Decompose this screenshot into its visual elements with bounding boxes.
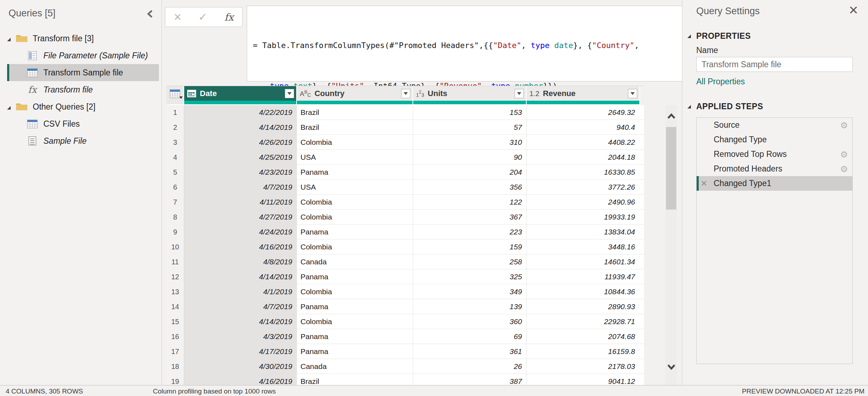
cell-units[interactable]: 69 [413,329,527,344]
column-header-date[interactable]: Date [184,86,297,101]
cell-date[interactable]: 4/23/2019 [184,165,297,180]
row-number[interactable]: 11 [166,254,184,269]
applied-step-changed-type1[interactable]: ×Changed Type1 [697,176,852,191]
cell-country[interactable]: Panama [297,269,413,284]
cell-date[interactable]: 4/14/2019 [184,269,297,284]
cell-units[interactable]: 349 [413,284,527,299]
cancel-icon[interactable]: × [174,11,181,23]
query-item-transform-file[interactable]: fxTransform file [7,81,159,98]
cell-date[interactable]: 4/22/2019 [184,105,297,120]
cell-date[interactable]: 4/24/2019 [184,225,297,239]
query-item-transform-sample-file[interactable]: Transform Sample file [7,64,159,81]
select-all-table-icon[interactable] [166,86,184,101]
cell-revenue[interactable]: 3772.26 [527,180,640,195]
properties-section-header[interactable]: PROPERTIES [687,31,751,41]
cell-date[interactable]: 4/3/2019 [184,329,297,344]
cell-revenue[interactable]: 10844.36 [527,284,640,299]
cell-date[interactable]: 4/26/2019 [184,135,297,150]
cell-units[interactable]: 360 [413,314,527,329]
row-number[interactable]: 9 [166,225,184,239]
cell-date[interactable]: 4/11/2019 [184,195,297,210]
cell-country[interactable]: Brazil [297,105,413,120]
cell-units[interactable]: 387 [413,374,527,385]
cell-date[interactable]: 4/30/2019 [184,359,297,374]
cell-date[interactable]: 4/16/2019 [184,374,297,385]
row-number[interactable]: 7 [166,195,184,210]
cell-revenue[interactable]: 16330.85 [527,165,640,180]
cell-revenue[interactable]: 14601.34 [527,254,640,269]
cell-units[interactable]: 204 [413,165,527,180]
cell-units[interactable]: 325 [413,269,527,284]
row-number[interactable]: 17 [166,344,184,359]
row-number[interactable]: 19 [166,374,184,385]
filter-dropdown-icon[interactable] [628,89,637,98]
scroll-up-icon[interactable] [666,111,676,122]
cell-country[interactable]: USA [297,180,413,195]
cell-revenue[interactable]: 2490.96 [527,195,640,210]
cell-date[interactable]: 4/8/2019 [184,254,297,269]
cell-country[interactable]: Panama [297,299,413,314]
expand-collapse-triangle-icon[interactable] [7,102,15,112]
query-name-input[interactable] [696,57,853,72]
query-item-file-parameter-sample-file[interactable]: File Parameter (Sample File) [7,47,159,64]
scrollbar-thumb[interactable] [666,127,676,210]
query-item-transform-file-3[interactable]: Transform file [3] [7,30,159,47]
cell-revenue[interactable]: 2649.32 [527,105,640,120]
cell-country[interactable]: Colombia [297,210,413,225]
cell-units[interactable]: 258 [413,254,527,269]
row-number[interactable]: 5 [166,165,184,180]
query-item-other-queries-2[interactable]: Other Queries [2] [7,98,159,115]
row-number[interactable]: 13 [166,284,184,299]
cell-revenue[interactable]: 2178.03 [527,359,640,374]
cell-revenue[interactable]: 4408.22 [527,135,640,150]
filter-dropdown-icon[interactable] [285,89,294,98]
accept-icon[interactable]: ✓ [198,12,207,22]
applied-step-source[interactable]: Source⚙ [697,118,852,132]
cell-date[interactable]: 4/25/2019 [184,150,297,165]
row-number[interactable]: 14 [166,299,184,314]
column-header-units[interactable]: 123Units [413,86,527,101]
cell-units[interactable]: 356 [413,180,527,195]
cell-units[interactable]: 26 [413,359,527,374]
cell-revenue[interactable]: 2890.93 [527,299,640,314]
row-number[interactable]: 16 [166,329,184,344]
cell-revenue[interactable]: 940.4 [527,120,640,135]
vertical-scrollbar[interactable] [665,105,677,385]
applied-step-promoted-headers[interactable]: Promoted Headers⚙ [697,162,852,176]
cell-revenue[interactable]: 13834.04 [527,225,640,239]
cell-country[interactable]: Canada [297,254,413,269]
row-number[interactable]: 3 [166,135,184,150]
cell-country[interactable]: Canada [297,359,413,374]
cell-revenue[interactable]: 16159.8 [527,344,640,359]
cell-date[interactable]: 4/16/2019 [184,239,297,254]
filter-dropdown-icon[interactable] [401,89,410,98]
cell-revenue[interactable]: 2044.18 [527,150,640,165]
gear-icon[interactable]: ⚙ [840,120,848,130]
row-number[interactable]: 8 [166,210,184,225]
cell-country[interactable]: Panama [297,329,413,344]
cell-country[interactable]: Colombia [297,239,413,254]
cell-date[interactable]: 4/17/2019 [184,344,297,359]
cell-date[interactable]: 4/7/2019 [184,180,297,195]
cell-country[interactable]: Panama [297,344,413,359]
chevron-left-icon[interactable] [145,9,156,19]
row-number[interactable]: 15 [166,314,184,329]
cell-units[interactable]: 90 [413,150,527,165]
cell-country[interactable]: Panama [297,165,413,180]
cell-units[interactable]: 57 [413,120,527,135]
cell-revenue[interactable]: 19933.19 [527,210,640,225]
row-number[interactable]: 1 [166,105,184,120]
cell-date[interactable]: 4/1/2019 [184,284,297,299]
row-number[interactable]: 2 [166,120,184,135]
row-number[interactable]: 12 [166,269,184,284]
delete-step-icon[interactable]: × [701,178,707,188]
cell-country[interactable]: Colombia [297,314,413,329]
cell-units[interactable]: 367 [413,210,527,225]
all-properties-link[interactable]: All Properties [696,77,745,86]
cell-country[interactable]: Colombia [297,135,413,150]
applied-step-removed-top-rows[interactable]: Removed Top Rows⚙ [697,147,852,162]
cell-country[interactable]: Panama [297,225,413,239]
cell-units[interactable]: 139 [413,299,527,314]
cell-country[interactable]: Brazil [297,120,413,135]
cell-units[interactable]: 122 [413,195,527,210]
